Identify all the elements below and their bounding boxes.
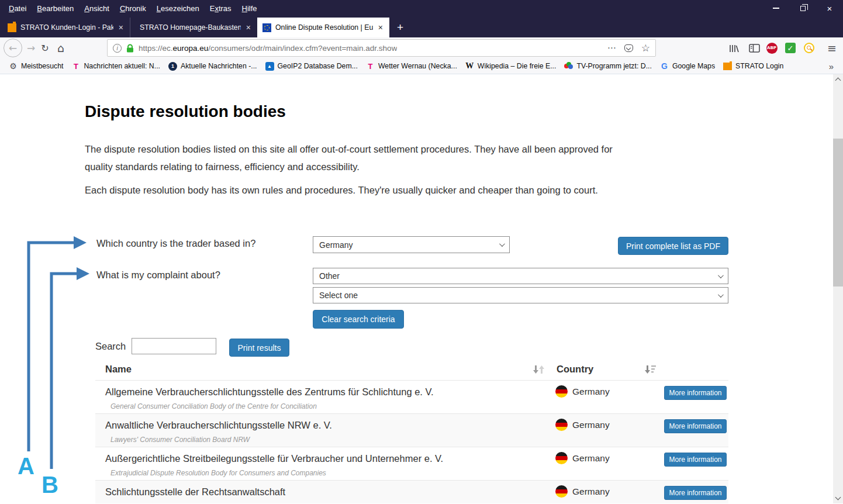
complaint-question-label: What is my complaint about? [96, 270, 220, 281]
more-information-button[interactable]: More information [664, 486, 727, 500]
arrow-head-a [74, 236, 87, 249]
search-input[interactable] [132, 338, 216, 354]
germany-flag-icon [555, 452, 568, 464]
bookmark-item[interactable]: T Nachrichten aktuell: N... [67, 60, 164, 73]
bookmark-item[interactable]: 1 Aktuelle Nachrichten -... [164, 60, 261, 73]
scrollbar-thumb[interactable] [833, 139, 843, 286]
home-icon[interactable]: ⌂ [54, 37, 68, 58]
column-header-country[interactable]: Country [557, 364, 593, 375]
url-bar[interactable]: i https://ec.europa.eu/consumers/odr/mai… [107, 39, 656, 57]
browser-tab[interactable]: STRATO Homepage-Baukasten × [130, 18, 257, 37]
menu-lesezeichen[interactable]: Lesezeichen [151, 2, 205, 15]
sort-amount-icon[interactable] [645, 365, 656, 377]
body-subtitle: Lawyers' Consumer Conciliation Board NRW [110, 436, 250, 444]
country-cell: Germany [555, 452, 610, 464]
bookmark-label: Wikipedia – Die freie E... [478, 62, 557, 70]
green-check-extension-icon[interactable]: ✓ [783, 37, 797, 58]
menu-extras[interactable]: Extras [205, 2, 237, 15]
restore-icon [800, 6, 806, 11]
complaint-sub-select[interactable]: Select one [313, 287, 728, 303]
sort-icon[interactable] [533, 365, 544, 377]
page-actions-icon[interactable]: ⋯ [607, 43, 616, 53]
germany-flag-icon [555, 385, 568, 398]
menu-bearbeiten[interactable]: Bearbeiten [32, 2, 79, 15]
table-header: Name Country [95, 361, 728, 380]
country-cell: Germany [555, 419, 610, 431]
bookmark-favicon: T [71, 62, 80, 71]
tab-close-icon[interactable]: × [118, 23, 125, 32]
browser-tab[interactable]: STRATO Kunden-Login - Paketüb × [2, 18, 130, 37]
bookmark-star-icon[interactable]: ☆ [641, 42, 650, 54]
complaint-select[interactable]: Other [313, 268, 728, 284]
forward-icon[interactable]: → [25, 37, 37, 58]
print-pdf-button[interactable]: Print complete list as PDF [618, 237, 728, 255]
page-title: Dispute resolution bodies [85, 102, 286, 121]
menu-chronik[interactable]: Chronik [115, 2, 151, 15]
menu-ansicht[interactable]: Ansicht [79, 2, 115, 15]
bookmark-label: GeoIP2 Database Dem... [278, 62, 358, 70]
bookmark-item[interactable]: G Google Maps [656, 60, 719, 73]
page-content: Dispute resolution bodies The dispute re… [0, 74, 843, 503]
page-info-icon[interactable]: i [113, 44, 122, 53]
bookmark-item[interactable]: T Wetter Wernau (Necka... [362, 60, 461, 73]
country-name: Germany [572, 386, 610, 397]
country-name: Germany [572, 486, 610, 497]
bookmark-item[interactable]: W Wikipedia – Die freie E... [461, 60, 561, 73]
menu-hilfe[interactable]: Hilfe [237, 2, 262, 15]
library-icon[interactable] [727, 37, 741, 58]
adblock-plus-icon[interactable]: ABP [765, 37, 779, 58]
https-lock-icon [126, 44, 134, 53]
country-name: Germany [572, 420, 610, 430]
search-extension-icon[interactable] [802, 37, 816, 58]
bookmark-item[interactable]: TV-Programm jetzt: D... [560, 60, 655, 73]
search-label: Search [95, 341, 126, 352]
body-name: Allgemeine Verbraucherschlichtungsstelle… [105, 386, 434, 398]
title-bar: DateiBearbeitenAnsichtChronikLesezeichen… [0, 0, 843, 16]
country-cell: Germany [555, 485, 610, 498]
sidebar-icon[interactable] [747, 37, 761, 58]
close-button[interactable]: × [816, 0, 843, 16]
body-name: Schlichtungsstelle der Rechtsanwaltschaf… [105, 486, 285, 498]
column-header-name[interactable]: Name [105, 364, 132, 375]
vertical-scrollbar[interactable] [833, 74, 843, 503]
back-icon[interactable]: ← [4, 39, 22, 57]
more-information-button[interactable]: More information [664, 419, 727, 433]
print-results-button[interactable]: Print results [229, 339, 289, 357]
pocket-icon[interactable] [624, 44, 633, 52]
reload-icon[interactable]: ↻ [39, 37, 51, 58]
chevron-down-icon [718, 292, 724, 298]
arrow-head-b [77, 267, 89, 280]
hamburger-menu-icon[interactable]: ≡ [824, 37, 839, 58]
tab-favicon [8, 23, 16, 32]
chevron-down-icon [499, 241, 505, 247]
tab-title: STRATO Kunden-Login - Paketüb [20, 23, 113, 32]
body-name: Anwaltliche Verbraucherschlichtungsstell… [105, 420, 332, 431]
bookmark-item[interactable]: ▲ GeoIP2 Database Dem... [261, 60, 362, 73]
more-information-button[interactable]: More information [664, 453, 727, 467]
country-select[interactable]: Germany [313, 236, 510, 253]
more-information-button[interactable]: More information [664, 386, 727, 400]
menu-datei[interactable]: Datei [4, 2, 32, 15]
browser-tab[interactable]: Online Dispute Resolution | Euro × [257, 18, 389, 37]
tab-title: Online Dispute Resolution | Euro [275, 23, 373, 32]
intro-paragraph-1: The dispute resolution bodies listed on … [85, 140, 614, 175]
clear-search-button[interactable]: Clear search criteria [313, 310, 404, 329]
bookmark-label: Aktuelle Nachrichten -... [181, 62, 257, 70]
tab-close-icon[interactable]: × [245, 23, 252, 32]
bookmark-item[interactable]: STRATO Login [719, 60, 787, 72]
annotation-label-a: A [18, 453, 34, 479]
new-tab-button[interactable]: + [389, 21, 411, 37]
url-text: https://ec.europa.eu/consumers/odr/main/… [139, 44, 397, 53]
abp-badge: ABP [766, 43, 778, 54]
minimize-button[interactable] [762, 0, 789, 16]
body-subtitle: Extrajudicial Dispute Resolution Body fo… [110, 469, 326, 477]
scroll-down-icon[interactable] [835, 495, 841, 500]
bookmark-item[interactable]: ⚙ Meistbesucht [5, 60, 67, 73]
bookmark-favicon: W [465, 62, 474, 71]
bookmarks-overflow-icon[interactable]: » [829, 61, 843, 71]
scroll-up-icon[interactable] [835, 78, 841, 84]
bookmark-label: Wetter Wernau (Necka... [378, 62, 457, 70]
bookmark-favicon: 1 [168, 62, 177, 71]
tab-close-icon[interactable]: × [377, 23, 384, 32]
restore-button[interactable] [789, 0, 816, 16]
